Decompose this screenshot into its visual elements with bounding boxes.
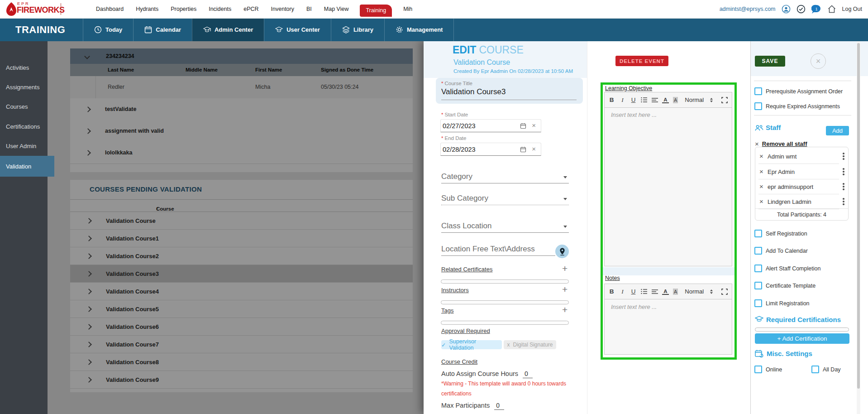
highlight-color-button[interactable]: A [673,289,678,295]
end-date-field[interactable]: 02/28/2023 × [440,143,541,156]
tab-user-center[interactable]: User Center [264,18,331,41]
remove-staff-icon[interactable]: × [759,197,763,205]
add-instructor-button[interactable]: + [562,286,568,293]
scrollbar-thumb[interactable] [857,43,860,389]
sidebar-item-activities[interactable]: Activities [0,58,48,77]
sidebar-item-assignments[interactable]: Assignments [0,77,48,97]
online-checkbox[interactable]: Online [754,366,782,373]
text-color-button[interactable]: A [662,289,669,295]
tab-calendar[interactable]: Calendar [133,18,192,41]
map-pin-button[interactable] [555,245,569,258]
clear-date-icon[interactable]: × [532,145,536,153]
tab-library[interactable]: Library [331,18,384,41]
kebab-menu-icon[interactable] [843,168,844,175]
self-registration-checkbox[interactable]: Self Registration [754,230,807,237]
alert-staff-completion-checkbox[interactable]: Alert Staff Completion [754,265,820,272]
logout-button[interactable]: Log Out [842,6,862,12]
delete-event-button[interactable]: DELETE EVENT [615,56,668,66]
underline-button[interactable]: U [630,96,637,103]
certificate-template-checkbox[interactable]: Certificate Template [754,282,816,289]
remove-staff-icon[interactable]: × [759,168,763,175]
notes-editor: B I U A A Normal Insert text here ... [604,284,732,355]
checkbox [754,102,762,110]
text-color-button[interactable]: A [662,97,669,103]
supervisor-validation-toggle[interactable]: ✓ Supervisor Validation [441,340,502,349]
add-related-certificate-button[interactable]: + [562,265,568,272]
all-day-checkbox[interactable]: All Day [811,366,841,373]
modal-backdrop[interactable] [48,41,424,414]
calendar-picker-icon[interactable] [520,123,526,129]
checkbox-label: Self Registration [766,231,807,237]
add-staff-button[interactable]: Add [826,126,849,135]
nav-inventory[interactable]: Inventory [271,6,294,12]
category-select[interactable]: Category [441,171,569,183]
checkbox-label: Prerequisite Assignment Order [766,88,843,95]
tab-management[interactable]: Management [384,18,454,41]
location-pin-icon [559,248,565,255]
bold-button[interactable]: B [608,288,615,295]
tab-today[interactable]: Today [83,18,133,41]
calendar-picker-icon[interactable] [520,146,526,153]
close-icon[interactable]: × [811,53,826,69]
panel-scrollbar[interactable] [857,41,860,414]
sidebar-item-courses[interactable]: Courses [0,97,48,116]
clear-date-icon[interactable]: × [532,121,536,129]
course-title-input[interactable]: Validation Course3 [441,87,506,96]
kebab-menu-icon[interactable] [843,183,844,190]
user-avatar-icon[interactable] [782,5,791,14]
editor-placeholder[interactable]: Insert text here ... [611,111,657,118]
messages-icon[interactable]: 1 [811,5,821,14]
start-date-field[interactable]: 02/27/2023 × [440,119,541,132]
require-expired-checkbox[interactable]: Require Expired Assignments [754,102,840,110]
remove-staff-icon[interactable]: × [759,152,763,160]
align-button[interactable] [652,289,658,294]
nav-epcr[interactable]: ePCR [243,6,258,12]
nav-incidents[interactable]: Incidents [209,6,231,12]
sidebar-item-certifications[interactable]: Certifications [0,117,48,136]
chevron-down-icon [563,226,567,228]
fullscreen-button[interactable] [721,289,728,295]
save-button[interactable]: SAVE [755,56,785,67]
kebab-menu-icon[interactable] [843,198,844,205]
remove-staff-icon[interactable]: × [759,183,763,190]
paragraph-format-select[interactable]: Normal [685,288,713,295]
highlight-color-button[interactable]: A [673,97,678,103]
fullscreen-button[interactable] [721,97,728,103]
class-location-select[interactable]: Class Location [441,221,569,233]
staff-name: epr adminsupport [768,183,813,190]
nav-dashboard[interactable]: Dashboard [96,6,124,12]
ordered-list-button[interactable] [641,97,648,103]
bold-button[interactable]: B [608,96,615,103]
nav-bi[interactable]: BI [306,6,312,12]
add-tag-button[interactable]: + [562,307,568,313]
limit-registration-checkbox[interactable]: Limit Registration [754,299,810,307]
max-participants-input[interactable]: 0 [494,402,504,410]
paragraph-format-select[interactable]: Normal [685,96,713,103]
sidebar-item-user-admin[interactable]: User Admin [0,136,48,156]
sub-category-select[interactable]: Sub Category [441,193,569,205]
ordered-list-button[interactable] [641,289,648,294]
nav-map-view[interactable]: Map View [324,6,349,12]
align-button[interactable] [652,97,658,103]
home-icon[interactable] [827,5,836,14]
auto-assign-hours-input[interactable]: 0 [523,370,533,378]
nav-properties[interactable]: Properties [171,6,196,12]
editor-placeholder[interactable]: Insert text here ... [611,303,657,310]
italic-button[interactable]: I [619,288,626,295]
nav-mih[interactable]: Mih [403,6,412,12]
underline-button[interactable]: U [630,288,637,295]
italic-button[interactable]: I [619,96,626,104]
location-free-text-input[interactable]: Location Free Text\Address [441,244,555,256]
check-circle-icon[interactable] [796,5,806,14]
sidebar-item-validation-active[interactable]: Validation [0,156,54,177]
tab-admin-center[interactable]: Admin Center [192,18,264,41]
digital-signature-toggle[interactable]: x Digital Signature [504,340,556,349]
kebab-menu-icon[interactable] [843,153,844,160]
nav-training-active[interactable]: Training [360,5,392,17]
x-mark: x [507,342,510,348]
add-to-calendar-checkbox[interactable]: Add To Calendar [754,247,808,255]
location-placeholder: Location Free Text\Address [441,245,535,254]
nav-hydrants[interactable]: Hydrants [136,6,158,12]
prerequisite-order-checkbox[interactable]: Prerequisite Assignment Order [754,87,843,95]
add-certification-button[interactable]: + Add Certification [755,333,849,344]
